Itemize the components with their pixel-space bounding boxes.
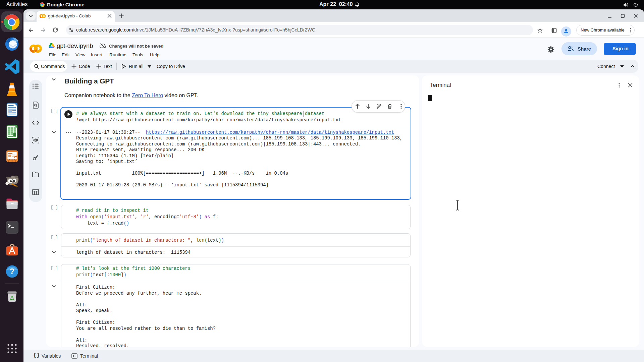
svg-text:?: ?: [10, 267, 15, 276]
